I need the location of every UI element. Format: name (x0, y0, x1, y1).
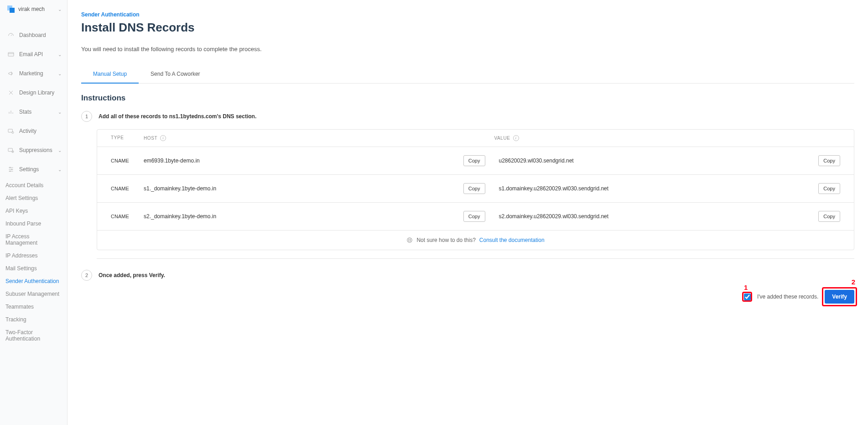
footer-text: Not sure how to do this? (416, 237, 475, 243)
svg-line-18 (408, 238, 409, 239)
envelope-block-icon (7, 147, 15, 154)
nav-email-api[interactable]: Email API ⌄ (0, 45, 67, 64)
sub-two-factor[interactable]: Two-Factor Authentication (0, 326, 67, 345)
verify-row: 1 I've added these records. 2 Verify (81, 290, 854, 304)
step-1: 1 Add all of these records to ns1.1byted… (81, 111, 854, 122)
chevron-down-icon: ⌄ (58, 71, 62, 76)
chevron-down-icon: ⌄ (58, 167, 62, 172)
table-row: CNAME em6939.1byte-demo.in Copy u2862002… (97, 147, 854, 174)
page-description: You will need to install the following r… (81, 46, 854, 52)
svg-point-17 (409, 239, 411, 241)
info-icon[interactable]: i (513, 135, 519, 141)
table-header: TYPE HOST i VALUE i (97, 130, 854, 147)
tools-icon (7, 89, 15, 96)
account-name: virak mech (18, 6, 54, 12)
svg-rect-5 (8, 129, 12, 132)
gauge-icon (7, 31, 15, 39)
sub-ip-addresses[interactable]: IP Addresses (0, 249, 67, 262)
nav-stats[interactable]: Stats ⌄ (0, 102, 67, 121)
cell-value: u28620029.wl030.sendgrid.net (499, 157, 574, 164)
tabs: Manual Setup Send To A Coworker (81, 65, 854, 84)
records-added-checkbox[interactable] (744, 294, 751, 300)
nav-dashboard[interactable]: Dashboard (0, 26, 67, 45)
copy-host-button[interactable]: Copy (463, 183, 485, 194)
records-added-label: I've added these records. (757, 294, 818, 300)
lifering-icon (406, 237, 413, 243)
svg-line-20 (408, 241, 409, 242)
docs-link[interactable]: Consult the documentation (479, 237, 545, 243)
cell-type: CNAME (106, 214, 144, 219)
sub-api-keys[interactable]: API Keys (0, 205, 67, 217)
table-row: CNAME s2._domainkey.1byte-demo.in Copy s… (97, 202, 854, 230)
verify-button[interactable]: Verify (825, 290, 854, 304)
copy-value-button[interactable]: Copy (818, 211, 840, 222)
th-type: TYPE (106, 135, 144, 141)
svg-rect-0 (8, 52, 14, 56)
sub-inbound-parse[interactable]: Inbound Parse (0, 217, 67, 230)
annotation-number-2: 2 (852, 278, 855, 286)
main-content: Sender Authentication Install DNS Record… (68, 0, 868, 425)
sub-alert-settings[interactable]: Alert Settings (0, 192, 67, 205)
envelope-search-icon (7, 127, 15, 135)
sub-account-details[interactable]: Account Details (0, 179, 67, 192)
th-host: HOST i (144, 135, 494, 141)
sub-teammates[interactable]: Teammates (0, 300, 67, 313)
cell-value: s1.domainkey.u28620029.wl030.sendgrid.ne… (499, 185, 609, 192)
sub-sender-auth[interactable]: Sender Authentication (0, 275, 67, 288)
sidebar: virak mech ⌄ Dashboard Email API ⌄ Marke… (0, 0, 68, 425)
cell-value: s2.domainkey.u28620029.wl030.sendgrid.ne… (499, 213, 609, 220)
logo-icon (7, 5, 15, 13)
svg-point-6 (12, 131, 14, 133)
bar-chart-icon (7, 108, 15, 115)
table-footer: Not sure how to do this? Consult the doc… (97, 230, 854, 250)
svg-line-19 (411, 238, 411, 239)
sub-tracking[interactable]: Tracking (0, 313, 67, 326)
nav-design-library[interactable]: Design Library (0, 83, 67, 102)
chevron-down-icon: ⌄ (58, 7, 62, 12)
nav-activity[interactable]: Activity (0, 121, 67, 141)
svg-rect-7 (8, 148, 12, 152)
tab-manual-setup[interactable]: Manual Setup (81, 65, 139, 84)
copy-value-button[interactable]: Copy (818, 183, 840, 194)
cell-host: s1._domainkey.1byte-demo.in (144, 185, 216, 192)
sliders-icon (7, 166, 15, 173)
step-2-text: Once added, press Verify. (99, 272, 165, 278)
account-switcher[interactable]: virak mech ⌄ (0, 0, 67, 23)
cell-host: em6939.1byte-demo.in (144, 157, 200, 164)
megaphone-icon (7, 70, 15, 77)
nav-marketing[interactable]: Marketing ⌄ (0, 64, 67, 83)
nav-settings[interactable]: Settings ⌄ (0, 160, 67, 179)
svg-line-21 (411, 241, 411, 242)
cell-type: CNAME (106, 186, 144, 191)
annotation-number-1: 1 (744, 283, 748, 291)
copy-host-button[interactable]: Copy (463, 155, 485, 166)
chevron-down-icon: ⌄ (58, 148, 62, 153)
tab-send-coworker[interactable]: Send To A Coworker (139, 65, 212, 83)
chevron-down-icon: ⌄ (58, 110, 62, 115)
info-icon[interactable]: i (160, 135, 166, 141)
cell-type: CNAME (106, 158, 144, 163)
sub-subuser[interactable]: Subuser Management (0, 288, 67, 300)
dns-records-table: TYPE HOST i VALUE i CNAME em6939.1byte-d… (97, 129, 854, 250)
page-title: Install DNS Records (81, 21, 854, 35)
sub-ip-access[interactable]: IP Access Management (0, 230, 67, 249)
chevron-down-icon: ⌄ (58, 52, 62, 57)
instructions-heading: Instructions (81, 94, 854, 103)
th-value: VALUE i (494, 135, 845, 141)
copy-value-button[interactable]: Copy (818, 155, 840, 166)
breadcrumb[interactable]: Sender Authentication (81, 11, 854, 18)
step-2: 2 Once added, press Verify. (81, 270, 854, 281)
nav-suppressions[interactable]: Suppressions ⌄ (0, 141, 67, 160)
cell-host: s2._domainkey.1byte-demo.in (144, 213, 216, 220)
copy-host-button[interactable]: Copy (463, 211, 485, 222)
card-icon (7, 51, 15, 58)
step-1-text: Add all of these records to ns1.1bytedns… (99, 113, 256, 120)
divider (97, 258, 854, 259)
step-number: 2 (81, 270, 92, 281)
step-number: 1 (81, 111, 92, 122)
sub-mail-settings[interactable]: Mail Settings (0, 262, 67, 275)
table-row: CNAME s1._domainkey.1byte-demo.in Copy s… (97, 174, 854, 202)
